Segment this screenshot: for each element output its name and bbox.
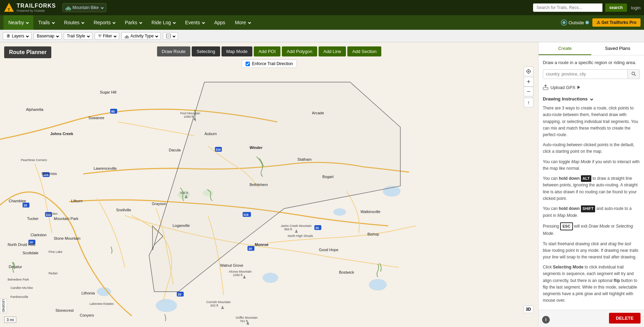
mountain-alcovy-icon [243,275,246,279]
add-section-button[interactable]: Add Section [347,46,381,56]
city-label-grayson: Grayson [152,202,166,206]
route-planner-label: Route Planner [4,46,51,58]
nav-ridelog-chevron [173,21,176,24]
region-search-input[interactable] [543,70,627,79]
drawing-instructions-header[interactable]: Drawing Instructions [543,96,640,101]
nav-apps-label: Apps [214,20,225,25]
city-label-belvedere-park: Belvedere Park [8,278,29,281]
city-label-winder: Winder [250,145,263,150]
city-label-decatur: Decatur [9,265,22,269]
nav-item-reports[interactable]: Reports [89,15,120,30]
region-search-button[interactable] [627,70,639,79]
header-search-input[interactable] [533,3,602,12]
nav-item-apps[interactable]: Apps [209,15,230,30]
mountain-jacks: Jacks Creek Mountain [281,224,312,228]
nav-item-ridelog[interactable]: Ride Log [147,15,180,30]
get-pro-button[interactable]: ⚠ Get Trailforks Pro [592,18,641,27]
mountain-pool-ft: 1099 ft [184,115,193,118]
panel-content: Draw a route in a specific region or rid… [539,55,644,310]
city-label-watkinsville: Watkinsville [360,210,381,214]
alt-key-badge: ALT [581,175,592,182]
nav-item-parks[interactable]: Parks [120,15,147,30]
layers-icon [6,34,11,38]
right-panel: Create Saved Plans Draw a route in a spe… [538,42,644,327]
add-polygon-button[interactable]: Add Polygon [282,46,317,56]
enforce-trail-label: Enforce Trail Direction [252,61,293,66]
upload-gpx-label: Upload GPX [550,85,575,90]
city-label-loganville: Loganville [173,223,190,228]
trail-style-chevron [87,34,89,37]
svg-line-40 [634,74,636,76]
delete-button[interactable]: DELETE [609,313,641,324]
nav-item-routes[interactable]: Routes [59,15,89,30]
city-label-snellville: Snellville [116,208,131,212]
activity-selector[interactable]: Mountain Bike [62,3,106,12]
selecting-button[interactable]: Selecting [192,46,220,56]
mountain-cornish-icon [221,306,224,309]
svg-point-19 [156,299,177,312]
trail-style-button[interactable]: Trail Style [64,32,93,40]
nav-events-label: Events [185,20,200,25]
tab-create[interactable]: Create [539,42,591,55]
tab-saved-plans[interactable]: Saved Plans [591,42,644,55]
nav-nearby-label: Nearby [8,20,24,25]
city-label-bishop: Bishop [367,232,379,236]
compass-button[interactable]: ↑ [524,98,533,107]
city-label-alpharetta: Alpharetta [26,107,44,112]
zoom-in-button[interactable]: + [524,77,533,87]
draw-route-button[interactable]: Draw Route [157,46,191,56]
nav-routes-label: Routes [64,20,79,25]
map-filter-icon [166,34,171,38]
header-bar: T TRAILFORKS Powered by Outside Mountain… [0,0,644,15]
activity-type-label: Activity Type [130,34,154,38]
zoom-out-button[interactable]: − [524,87,533,96]
logo-area: T TRAILFORKS Powered by Outside [3,2,59,13]
nav-item-trails[interactable]: Trails [33,15,59,30]
map-3d-button[interactable]: 3D [523,306,533,313]
nav-item-events[interactable]: Events [180,15,209,30]
instruction-5: You can hold down SHIFT and auto-route t… [543,205,640,219]
activity-type-icon [124,34,129,38]
svg-text:✓: ✓ [586,21,588,24]
panel-tabs: Create Saved Plans [539,42,644,55]
mountain-cornish: Cornish Mountain [206,300,231,304]
map-svg: 85 316 285 285 20 20 20 316 20 20 Johns … [0,42,538,327]
activity-type-button[interactable]: Activity Type [121,32,161,40]
city-label-sugar-hill: Sugar Hill [100,90,116,94]
enforce-trail-checkbox[interactable] [245,62,250,66]
add-poi-button[interactable]: Add POI [254,46,280,56]
location-button[interactable] [524,67,533,76]
info-button[interactable]: i [542,316,550,324]
city-label-dacula: Dacula [169,148,181,152]
city-label-stone-mountain: Stone Mountain [54,236,80,240]
city-label-lawrenceville: Lawrenceville [94,166,117,170]
instruction-7: To start freehand drawing click and drag… [543,241,640,261]
outside-badge: Outside ✓ ⚠ Get Trailforks Pro [561,18,641,27]
city-label-auburn: Auburn [204,132,217,136]
basemap-button[interactable]: Basemap [34,32,62,40]
add-line-button[interactable]: Add Line [319,46,346,56]
city-label-suwanee: Suwanee [88,116,104,120]
outside-logo: Outside ✓ [561,19,589,26]
map-scale: 3 mi [4,317,16,323]
shift-key-badge: SHIFT [581,205,595,212]
filter-button[interactable]: Filter [95,32,120,40]
nav-trails-label: Trails [38,20,50,25]
map-area[interactable]: 85 316 285 285 20 20 20 316 20 20 Johns … [0,42,538,327]
layers-button[interactable]: Layers [3,32,32,40]
nav-routes-chevron [81,21,84,24]
basemap-label: Basemap [37,34,54,38]
city-label-lithonia: Lithonia [81,291,95,295]
city-label-scottdale: Scottdale [23,251,38,255]
enforce-trail-checkbox-container: Enforce Trail Direction [242,60,297,68]
city-label-bethlehem: Bethlehem [250,183,268,187]
nav-item-more[interactable]: More [230,15,255,30]
map-filter-button[interactable] [163,32,178,40]
nav-item-nearby[interactable]: Nearby [3,15,33,30]
map-toolbar: Layers Basemap Trail Style Filter Activi… [0,30,644,42]
upload-gpx-section[interactable]: Upload GPX [543,83,640,91]
map-mode-button[interactable]: Map Mode [221,46,252,56]
mountain-alcovy-ft: 1040 ft [233,273,243,277]
header-search-button[interactable]: search [605,3,627,12]
login-button[interactable]: login [631,5,641,10]
